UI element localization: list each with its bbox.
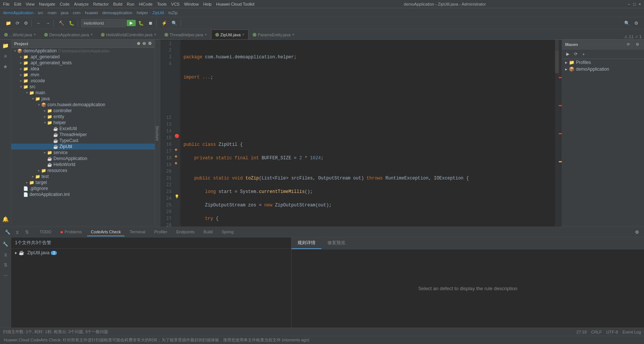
bottom-tab-problems[interactable]: Problems: [57, 228, 86, 236]
run-button[interactable]: ▶: [127, 20, 136, 26]
bottom-icon-wrench[interactable]: 🔧: [3, 228, 12, 237]
status-crlf[interactable]: CRLF: [591, 330, 602, 334]
menu-file[interactable]: File: [3, 2, 10, 6]
bottom-tab-endpoints[interactable]: Endpoints: [173, 228, 198, 236]
tree-item-apt-tests[interactable]: ▸ 📁 .apt_generated_tests: [11, 60, 155, 66]
editor-scrollbar[interactable]: [559, 40, 562, 227]
bottom-panel-settings-btn[interactable]: ⚙: [633, 228, 641, 236]
bottom-tab-codearts[interactable]: CodeArts Check: [87, 228, 124, 236]
maven-refresh-btn[interactable]: ⟳: [625, 41, 632, 47]
bottom-icon-run[interactable]: 🔧: [1, 240, 10, 249]
tree-toolbar-btn3[interactable]: ⚙: [148, 41, 152, 46]
toolbar-search-btn[interactable]: 🔍: [622, 19, 632, 27]
tree-item-controller[interactable]: ▸ 📁 controller: [11, 108, 155, 114]
tree-item-gitignore[interactable]: 📄 .gitignore: [11, 185, 155, 191]
breadcrumb-com[interactable]: com: [73, 10, 81, 15]
tree-item-threadhelper[interactable]: ☕ ThreadHelper: [11, 132, 155, 138]
window-controls[interactable]: − □ ×: [628, 2, 641, 6]
menu-edit[interactable]: Edit: [14, 2, 21, 6]
toolbar-settings-btn[interactable]: ⚙: [22, 19, 30, 27]
maven-item-profiles[interactable]: ▸ 📁 Profiles: [562, 59, 644, 66]
tree-item-iml[interactable]: 📄 demoApplication.iml: [11, 191, 155, 197]
toolbar-extra-btn1[interactable]: ⚡: [160, 19, 169, 27]
menu-navigate[interactable]: Navigate: [39, 2, 55, 6]
menu-huawei-cloud[interactable]: Huawei Cloud Toolkit: [216, 2, 255, 6]
tree-item-entity[interactable]: ▸ 📁 entity: [11, 114, 155, 120]
tab-close-helloworldcontroller[interactable]: ×: [154, 33, 156, 37]
tab-demoapplication[interactable]: DemoApplication.java ×: [40, 30, 97, 39]
menu-help[interactable]: Help: [203, 2, 212, 6]
defects-tab-rule[interactable]: 规则详情: [292, 237, 321, 249]
breadcrumb-tozip[interactable]: toZip: [169, 10, 178, 15]
tab-threadhelper[interactable]: ThreadHelper.java ×: [160, 30, 211, 39]
maven-toolbar-btn2[interactable]: ⟳: [572, 50, 579, 58]
tree-item-test[interactable]: ▸ 📁 test: [11, 173, 155, 179]
menu-run[interactable]: Run: [127, 2, 134, 6]
tree-item-helper[interactable]: ▾ 📁 helper: [11, 120, 155, 126]
tree-item-src[interactable]: ▾ 📁 src: [11, 84, 155, 90]
tab-helloworldcontroller[interactable]: HelloWorldController.java ×: [97, 30, 160, 39]
tree-item-apt-generated[interactable]: ▸ 📁 .apt_generated: [11, 54, 155, 60]
tree-item-target[interactable]: ▸ 📁 target: [11, 179, 155, 185]
tab-world[interactable]: ...World.java ×: [0, 30, 40, 39]
maximize-button[interactable]: □: [633, 2, 636, 6]
toolbar-forward-btn[interactable]: →: [44, 19, 52, 27]
toolbar-extra-btn2[interactable]: 🔍: [170, 19, 179, 27]
tree-item-vscode[interactable]: ▸ 📁 .vscode: [11, 78, 155, 84]
menu-refactor[interactable]: Refactor: [93, 2, 109, 6]
breadcrumb-helper[interactable]: helper: [137, 10, 148, 15]
toolbar-build-btn[interactable]: 🔨: [57, 19, 66, 27]
breadcrumb-ziputil[interactable]: ZipUtil: [152, 10, 164, 15]
bottom-icon-group[interactable]: ⇅: [1, 261, 10, 270]
menu-vcs[interactable]: VCS: [171, 2, 180, 6]
bottom-tab-spring[interactable]: Spring: [218, 228, 237, 236]
minimize-button[interactable]: −: [628, 2, 630, 6]
tree-item-ziputil[interactable]: ☕ ZipUtil: [11, 144, 155, 150]
menu-code[interactable]: Code: [60, 2, 70, 6]
breadcrumb-java[interactable]: java: [61, 10, 68, 15]
sidebar-project-icon[interactable]: 📁: [1, 41, 10, 50]
tree-item-main[interactable]: ▾ 📁 main: [11, 90, 155, 96]
run-config-input[interactable]: [81, 19, 126, 27]
toolbar-gear-btn[interactable]: ⚙: [632, 19, 640, 27]
bottom-icon-filter[interactable]: ⧖: [13, 228, 22, 237]
menu-bar[interactable]: File Edit View Navigate Code Analyze Ref…: [3, 2, 255, 6]
close-button[interactable]: ×: [639, 2, 641, 6]
defects-tree-header[interactable]: ▸ ☕ ZipUtil.java 3: [11, 249, 291, 257]
toolbar-sync-btn[interactable]: ⟳: [14, 19, 21, 27]
sidebar-bookmark-icon[interactable]: ★: [1, 62, 10, 71]
breadcrumb-huawei[interactable]: huawei: [85, 10, 98, 15]
menu-hicode[interactable]: HiCode: [139, 2, 152, 6]
sidebar-notifications-icon[interactable]: 🔔: [1, 215, 10, 224]
defects-tab-fix[interactable]: 修复预览: [321, 237, 351, 249]
status-charset[interactable]: UTF-8: [606, 330, 618, 334]
toolbar-debug-btn[interactable]: 🐛: [67, 19, 76, 27]
tree-item-idea[interactable]: ▸ 📁 .idea: [11, 66, 155, 72]
tab-paramsentity[interactable]: ParamsEntity.java ×: [249, 30, 299, 39]
breadcrumb-main[interactable]: main: [47, 10, 56, 15]
maven-item-demoapplication[interactable]: ▸ 📦 demoApplication: [562, 66, 644, 73]
tree-toolbar-btn1[interactable]: ⊕: [137, 41, 140, 46]
debug-run-btn[interactable]: 🐛: [136, 19, 146, 27]
tab-close-demoapplication[interactable]: ×: [90, 33, 93, 37]
maven-toolbar-btn1[interactable]: ▶: [564, 50, 571, 58]
tree-item-helloworld[interactable]: ☕ HelloWorld: [11, 162, 155, 168]
tree-item-excelutil[interactable]: ☕ ExcelUtil: [11, 126, 155, 132]
menu-build[interactable]: Build: [113, 2, 122, 6]
bottom-icon-sort[interactable]: ⇅: [22, 228, 31, 237]
structure-sidebar[interactable]: Structure: [155, 40, 160, 227]
tree-item-mvn[interactable]: ▸ 📁 .mvn: [11, 72, 155, 78]
bottom-tab-profiler[interactable]: Profiler: [151, 228, 171, 236]
menu-window[interactable]: Window: [184, 2, 198, 6]
menu-analyze[interactable]: Analyze: [74, 2, 89, 6]
bottom-icon-more[interactable]: ⋯: [1, 271, 10, 280]
menu-view[interactable]: View: [26, 2, 35, 6]
sidebar-structure-icon[interactable]: ≡: [1, 52, 10, 61]
tab-close-ziputil[interactable]: ×: [242, 33, 244, 37]
tree-item-java[interactable]: ▾ 📁 java: [11, 96, 155, 102]
breadcrumb-src[interactable]: src: [38, 10, 43, 15]
bottom-tab-build[interactable]: Build: [200, 228, 216, 236]
tree-item-demoapplication-class[interactable]: ☕ DemoApplication: [11, 156, 155, 162]
status-position[interactable]: 27:18: [576, 330, 587, 334]
tab-close-threadhelper[interactable]: ×: [205, 33, 207, 37]
